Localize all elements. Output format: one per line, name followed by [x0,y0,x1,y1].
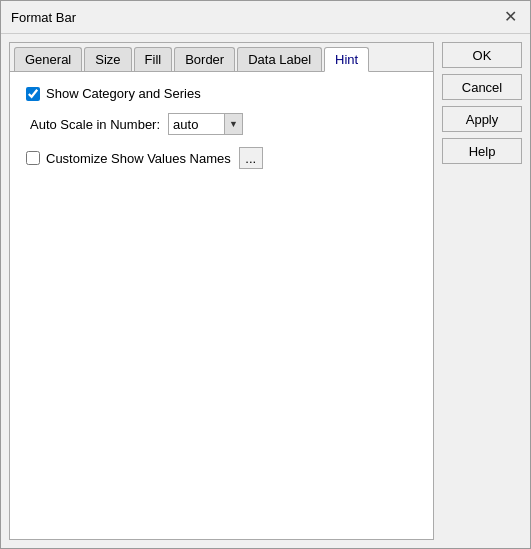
format-bar-dialog: Format Bar ✕ General Size Fill Border Da… [0,0,531,549]
help-button[interactable]: Help [442,138,522,164]
dialog-title: Format Bar [11,10,76,25]
close-button[interactable]: ✕ [500,7,520,27]
tab-general[interactable]: General [14,47,82,71]
hint-tab-content: Show Category and Series Auto Scale in N… [10,72,433,539]
auto-scale-dropdown-wrapper: auto none K M B ▼ [168,113,243,135]
customize-row: Customize Show Values Names ... [26,147,417,169]
tab-border[interactable]: Border [174,47,235,71]
show-category-label[interactable]: Show Category and Series [26,86,201,101]
apply-button[interactable]: Apply [442,106,522,132]
dialog-body: General Size Fill Border Data Label Hint… [1,34,530,548]
right-panel: OK Cancel Apply Help [442,42,522,540]
show-category-row: Show Category and Series [26,86,417,101]
auto-scale-label: Auto Scale in Number: [30,117,160,132]
customize-show-label[interactable]: Customize Show Values Names [26,151,231,166]
dropdown-arrow-icon: ▼ [224,114,242,134]
tab-bar: General Size Fill Border Data Label Hint [10,43,433,72]
customize-show-checkbox[interactable] [26,151,40,165]
show-category-text: Show Category and Series [46,86,201,101]
auto-scale-select[interactable]: auto none K M B [169,114,224,134]
tab-size[interactable]: Size [84,47,131,71]
ok-button[interactable]: OK [442,42,522,68]
show-category-checkbox[interactable] [26,87,40,101]
left-panel: General Size Fill Border Data Label Hint… [9,42,434,540]
auto-scale-row: Auto Scale in Number: auto none K M B ▼ [26,113,417,135]
tab-fill[interactable]: Fill [134,47,173,71]
tab-data-label[interactable]: Data Label [237,47,322,71]
customize-dots-button[interactable]: ... [239,147,263,169]
customize-show-text: Customize Show Values Names [46,151,231,166]
cancel-button[interactable]: Cancel [442,74,522,100]
tab-hint[interactable]: Hint [324,47,369,72]
title-bar: Format Bar ✕ [1,1,530,34]
